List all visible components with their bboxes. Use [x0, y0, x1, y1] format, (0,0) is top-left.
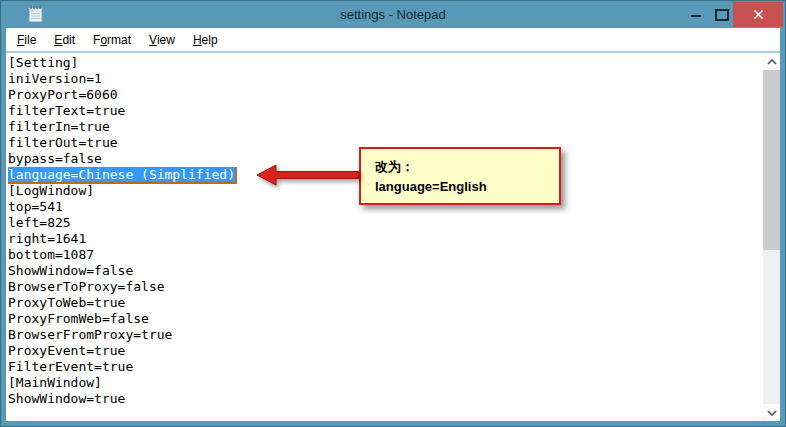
menu-file[interactable]: File [8, 30, 45, 50]
chevron-down-icon [767, 410, 777, 416]
menu-format[interactable]: Format [84, 30, 140, 50]
menu-help[interactable]: Help [184, 30, 227, 50]
editor-line: BrowserFromProxy=true [8, 327, 780, 343]
titlebar: settings - Notepad [1, 1, 785, 28]
maximize-button[interactable] [709, 2, 735, 27]
minimize-button[interactable] [683, 2, 709, 27]
editor-line: BrowserToProxy=false [8, 279, 780, 295]
annotation-line2: language=English [375, 177, 559, 197]
editor-line: [Setting] [8, 55, 780, 71]
editor-line: ProxyPort=6060 [8, 87, 780, 103]
editor-line: ProxyToWeb=true [8, 295, 780, 311]
editor-line: right=1641 [8, 231, 780, 247]
menubar: File Edit Format View Help [6, 28, 780, 51]
maximize-icon [715, 9, 729, 21]
editor-line: [MainWindow] [8, 375, 780, 391]
editor-line: filterIn=true [8, 119, 780, 135]
chevron-up-icon [767, 59, 777, 65]
editor-line: FilterEvent=true [8, 359, 780, 375]
selected-text: language=Chinese (Simplified) [8, 167, 237, 182]
scrollbar-thumb[interactable] [763, 70, 780, 250]
minimize-icon [691, 15, 701, 17]
close-icon [753, 9, 764, 20]
annotation-box: 改为： language=English [359, 147, 561, 205]
menu-view[interactable]: View [140, 30, 184, 50]
editor-line: bottom=1087 [8, 247, 780, 263]
editor-line: left=825 [8, 215, 780, 231]
scroll-down-button[interactable] [763, 404, 780, 421]
menu-edit[interactable]: Edit [45, 30, 84, 50]
notepad-window: settings - Notepad File Edit Format View… [0, 0, 786, 427]
scroll-up-button[interactable] [763, 53, 780, 70]
editor-line: ShowWindow=false [8, 263, 780, 279]
red-arrow-icon [253, 161, 363, 189]
editor-line: ProxyEvent=true [8, 343, 780, 359]
window-title: settings - Notepad [1, 1, 785, 28]
editor-line: iniVersion=1 [8, 71, 780, 87]
close-button[interactable] [733, 2, 783, 27]
annotation-line1: 改为： [375, 157, 559, 177]
editor-line: ShowWindow=true [8, 391, 780, 407]
editor-line: filterText=true [8, 103, 780, 119]
editor-line: ProxyFromWeb=false [8, 311, 780, 327]
text-editor[interactable]: [Setting] iniVersion=1 ProxyPort=6060 fi… [6, 51, 780, 421]
vertical-scrollbar[interactable] [763, 53, 780, 421]
